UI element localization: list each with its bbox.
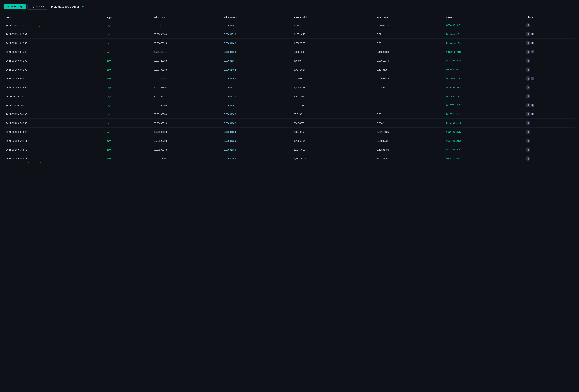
cell-type-1: buy [104, 30, 151, 39]
cell-amount-floki-1: 1,167.4046 [291, 30, 374, 39]
cell-maker-9[interactable]: 0xfc7259...efa3 [443, 101, 523, 110]
col-date[interactable]: Date ⌄ [4, 14, 104, 21]
cell-date-4: 2021-06-25 09:51:30 [4, 56, 104, 65]
cell-amount-floki-6: 20,000.00 [291, 74, 374, 83]
cell-date-2: 2021-06-25 10:13:56 [4, 39, 104, 48]
cell-date-1: 2021-06-25 10:16:32 [4, 30, 104, 39]
cell-maker-2[interactable]: 0x8cbdcb...e25d [443, 39, 523, 48]
svg-rect-21 [527, 88, 527, 88]
table-row: 2021-06-25 09:51:00 buy $0.00408153 0.00… [4, 65, 575, 74]
cell-date-7: 2021-06-25 08:38:02 [4, 83, 104, 92]
chart-icon-2[interactable] [526, 41, 530, 45]
cell-price-usd-9: $0.00303783 [151, 101, 221, 110]
cell-type-8: buy [104, 92, 151, 101]
cell-price-usd-3: $0.00447401 [151, 48, 221, 56]
chart-icon-15[interactable] [526, 156, 530, 161]
svg-rect-31 [528, 114, 528, 115]
my-positions-tab[interactable]: My positions [27, 4, 48, 10]
cell-type-7: buy [104, 83, 151, 92]
cell-type-3: buy [104, 48, 151, 56]
col-price-bnb[interactable]: Price BNB ↕ [221, 14, 291, 21]
cell-amount-floki-4: 400.00 [291, 56, 374, 65]
cell-maker-4[interactable]: 0x0e3238...4714 [443, 56, 523, 65]
cell-others-5 [523, 65, 576, 74]
col-maker: Maker [443, 14, 523, 21]
cell-maker-7[interactable]: 0x50e532...de66 [443, 83, 523, 92]
svg-rect-35 [528, 122, 529, 124]
svg-rect-29 [528, 104, 529, 106]
cell-maker-12[interactable]: 0x910e33...35c9 [443, 128, 523, 136]
header-row: Trade History My positions Floki (last 5… [4, 4, 575, 10]
cell-maker-5[interactable]: 0x8f9f60...6d6e [443, 65, 523, 74]
cell-type-11: buy [104, 119, 151, 128]
cell-maker-10[interactable]: 0xfc7259...efa3 [443, 110, 523, 119]
svg-rect-40 [528, 140, 528, 142]
trade-history-tab[interactable]: Trade History [4, 4, 26, 9]
cell-maker-1[interactable]: 0x8cbdcb...e25d [443, 30, 523, 39]
chart-icon-6[interactable] [526, 76, 530, 81]
cell-price-usd-13: $0.00299683 [151, 136, 221, 145]
chart-icon-0[interactable] [526, 23, 530, 27]
chart-icon-10[interactable] [526, 112, 530, 116]
svg-rect-24 [527, 96, 527, 97]
sort-total-icon: ↕ [389, 17, 390, 18]
cell-price-usd-6: $0.00343157 [151, 74, 221, 83]
cell-amount-floki-11: 594.73737 [291, 119, 374, 128]
cell-total-bnb-3: 0.11295988 [374, 48, 443, 56]
chart-icon-8[interactable] [526, 94, 530, 99]
cell-maker-15[interactable]: 0x8fab90...fb76 [443, 154, 523, 163]
col-price-usd[interactable]: Price USD ↕ [151, 14, 221, 21]
col-type[interactable]: Type [104, 14, 151, 21]
chart-icon-11[interactable] [526, 121, 530, 125]
cell-maker-14[interactable]: 0xae1d95...e050 [443, 145, 523, 154]
cell-type-9: buy [104, 101, 151, 110]
svg-rect-9 [527, 52, 527, 53]
chart-icon-7[interactable] [526, 85, 530, 90]
cell-date-13: 2021-06-25 06:01:41 [4, 136, 104, 145]
svg-rect-22 [528, 87, 528, 88]
chart-icon-5[interactable] [526, 67, 530, 72]
cell-others-0 [523, 21, 576, 30]
badge-1: 2 [531, 33, 534, 35]
cell-total-bnb-15: 16.935728 [374, 154, 443, 163]
chart-icon-12[interactable] [526, 130, 530, 134]
cell-total-bnb-6: 0.23986648 [374, 74, 443, 83]
col-amount-floki[interactable]: Amount Floki ↕ [291, 14, 374, 21]
cell-maker-6[interactable]: 0xec7562...8e1b [443, 74, 523, 83]
chart-icon-4[interactable] [526, 59, 530, 63]
cell-date-10: 2021-06-25 07:01:08 [4, 110, 104, 119]
chart-icon-9[interactable] [526, 103, 530, 107]
cell-maker-11[interactable]: 0xeed053...f48d [443, 119, 523, 128]
svg-rect-45 [527, 159, 527, 160]
chart-icon-13[interactable] [526, 138, 530, 143]
svg-rect-17 [528, 69, 529, 71]
cell-price-bnb-3: 0.00001598 [221, 48, 291, 56]
table-header-row: Date ⌄ Type Price USD ↕ Price BNB ↕ [4, 14, 575, 21]
cell-price-usd-4: $0.00429593 [151, 56, 221, 65]
table-row: 2021-06-25 07:01:08 buy $0.00303509 0.00… [4, 110, 575, 119]
cell-date-3: 2021-06-25 10:05:08 [4, 48, 104, 56]
cell-maker-3[interactable]: 0xec7562...8e1b [443, 48, 523, 56]
cell-amount-floki-15: 1,753,101.8 [291, 154, 374, 163]
chart-icon-1[interactable] [526, 32, 530, 36]
cell-price-bnb-12: 0.00001039 [221, 128, 291, 136]
cell-amount-floki-12: 2,994.0158 [291, 128, 374, 136]
svg-rect-46 [528, 158, 528, 160]
cell-maker-0[interactable]: 0x064338...9d5e [443, 21, 523, 30]
cell-maker-8[interactable]: 0x5c063f...aedc [443, 92, 523, 101]
cell-others-2: 2 [523, 39, 576, 48]
cell-others-4 [523, 56, 576, 65]
col-total-bnb[interactable]: Total BNB ↕ [374, 14, 443, 21]
cell-type-12: buy [104, 128, 151, 136]
cell-maker-13[interactable]: 0xab7d4e...a5ab [443, 136, 523, 145]
svg-rect-28 [528, 105, 528, 106]
svg-rect-2 [528, 24, 529, 26]
table-row: 2021-06-25 05:54:59 buy $0.00296348 0.00… [4, 145, 575, 154]
svg-rect-43 [528, 149, 528, 151]
chart-icon-3[interactable] [526, 50, 530, 54]
chart-icon-14[interactable] [526, 147, 530, 152]
cell-price-usd-10: $0.00303509 [151, 110, 221, 119]
cell-price-bnb-5: 0.00001454 [221, 65, 291, 74]
filter-icon[interactable]: ▼ [81, 5, 84, 8]
table-row: 2021-06-25 07:00:50 buy $0.00302523 0.00… [4, 119, 575, 128]
